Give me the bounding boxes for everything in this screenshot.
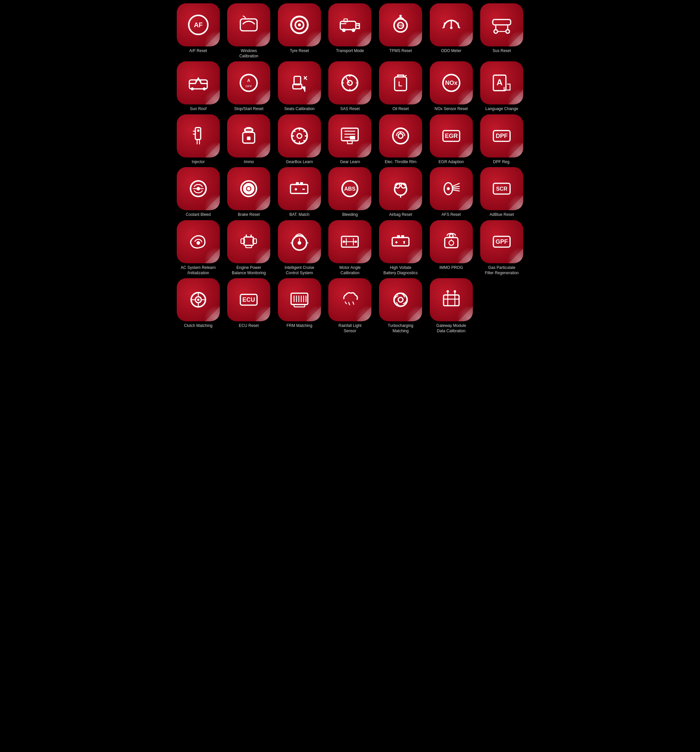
icon-box-adblue-reset[interactable]: SCR — [480, 167, 523, 210]
grid-item-dpf-reg: DPFDPF Reg. — [478, 114, 526, 165]
grid-item-windows-calibration: Windows Calibration — [225, 3, 273, 59]
label-transport-mode: Transport Mode — [336, 48, 364, 54]
grid-item-sas-reset: SAS Reset — [326, 61, 374, 112]
label-elec-throttle: Elec. Throttle Rlrn — [385, 160, 417, 165]
svg-rect-38 — [195, 127, 201, 140]
icon-box-gear-learn[interactable] — [328, 114, 372, 157]
svg-rect-6 — [341, 21, 356, 30]
label-odo-meter: ODO Meter — [441, 48, 461, 54]
svg-point-130 — [394, 293, 407, 306]
icon-box-tyre-reset[interactable] — [278, 3, 321, 47]
icon-box-dpf-reg[interactable]: DPF — [480, 114, 523, 157]
icon-box-gearbox-learn[interactable] — [278, 114, 321, 157]
icon-box-seats-calibration[interactable] — [278, 61, 321, 104]
grid-item-cruise-control: Intelligent Cruise Control System — [275, 220, 324, 275]
icon-box-clutch-matching[interactable] — [177, 278, 220, 321]
icon-box-coolant-bleed[interactable] — [177, 167, 220, 210]
icon-box-high-voltage[interactable] — [379, 220, 422, 263]
grid-item-bleeding: ABSBleeding — [326, 167, 374, 218]
label-ac-system: AC System Relearn /Initialization — [181, 265, 216, 275]
grid-item-engine-power: Engine Power Balance Monitoring — [225, 220, 273, 275]
svg-point-139 — [454, 290, 456, 292]
grid-item-tyre-reset: Tyre Reset — [275, 3, 324, 59]
icon-box-elec-throttle[interactable] — [379, 114, 422, 157]
grid-item-immo: Immo — [225, 114, 273, 165]
grid-item-motor-angle: Motor Angle Calibration — [326, 220, 374, 275]
icon-box-cruise-control[interactable] — [278, 220, 321, 263]
label-gpf: Gas Particulate Filter Regeneration — [485, 265, 519, 275]
svg-point-58 — [196, 187, 200, 191]
icon-box-gateway-module[interactable] — [430, 278, 473, 321]
label-gear-learn: Gear Learn — [340, 160, 360, 165]
icon-box-afs-reset[interactable] — [430, 167, 473, 210]
grid-item-frm-matching: FRM Matching — [275, 278, 324, 334]
icon-box-sas-reset[interactable] — [328, 61, 372, 104]
label-language-change: Language Change — [485, 106, 518, 112]
icon-box-gpf[interactable]: GPF — [480, 220, 523, 263]
icon-box-immo[interactable] — [227, 114, 270, 157]
svg-point-119 — [197, 299, 199, 301]
grid-item-adblue-reset: SCRAdBlue Reset — [478, 167, 526, 218]
icon-box-engine-power[interactable] — [227, 220, 270, 263]
label-gearbox-learn: GearBox Learn — [286, 160, 313, 165]
svg-point-21 — [494, 30, 498, 33]
svg-point-39 — [197, 129, 199, 132]
svg-rect-64 — [300, 182, 303, 185]
grid-item-elec-throttle: Elec. Throttle Rlrn — [377, 114, 425, 165]
grid-item-af-reset: AFA/F Reset — [174, 3, 222, 59]
svg-point-44 — [297, 134, 302, 138]
icon-box-bleeding[interactable]: ABS — [328, 167, 372, 210]
icon-box-egr-adaption[interactable]: EGR — [430, 114, 473, 157]
svg-text:AF: AF — [194, 21, 202, 28]
label-brake-reset: Brake Reset — [238, 212, 260, 218]
icon-box-odo-meter[interactable] — [430, 3, 473, 47]
icon-box-sun-roof[interactable] — [177, 61, 220, 104]
icon-box-oil-reset[interactable] — [379, 61, 422, 104]
label-nox-sensor-reset: NOx Sensor Reset — [435, 106, 468, 112]
icon-box-immo-prog[interactable] — [430, 220, 473, 263]
icon-box-tpms-reset[interactable]: PSI — [379, 3, 422, 47]
icon-box-turbocharging[interactable] — [379, 278, 422, 321]
label-immo: Immo — [244, 160, 254, 165]
icon-box-airbag-reset[interactable] — [379, 167, 422, 210]
grid-item-turbocharging: Turbocharging Matching — [377, 278, 425, 334]
icon-box-nox-sensor-reset[interactable]: NOx — [430, 61, 473, 104]
grid-item-injector: Injector — [174, 114, 222, 165]
svg-point-70 — [395, 183, 406, 195]
icon-box-sus-reset[interactable] — [480, 3, 523, 47]
grid-item-coolant-bleed: Coolant Bleed — [174, 167, 222, 218]
icon-box-stop-start-reset[interactable]: AOFF — [227, 61, 270, 104]
icon-box-transport-mode[interactable] — [328, 3, 372, 47]
svg-point-97 — [343, 240, 345, 243]
icon-box-brake-reset[interactable] — [227, 167, 270, 210]
icon-box-ac-system[interactable] — [177, 220, 220, 263]
icon-box-injector[interactable] — [177, 114, 220, 157]
grid-item-egr-adaption: EGREGR Adaption — [427, 114, 475, 165]
svg-rect-33 — [395, 77, 406, 90]
icon-box-ecu-reset[interactable]: ECU — [227, 278, 270, 321]
icon-box-frm-matching[interactable] — [278, 278, 321, 321]
svg-text:PSI: PSI — [398, 24, 403, 27]
svg-rect-20 — [493, 20, 511, 25]
svg-rect-29 — [294, 76, 301, 85]
svg-text:A: A — [497, 78, 503, 87]
svg-point-108 — [449, 234, 453, 238]
label-stop-start-reset: Stop/Start Reset — [234, 106, 263, 112]
grid-item-transport-mode: Transport Mode — [326, 3, 374, 59]
svg-point-8 — [352, 28, 355, 32]
svg-text:ECU: ECU — [243, 297, 255, 303]
svg-point-7 — [342, 28, 346, 32]
icon-box-rainfall-sensor[interactable] — [328, 278, 372, 321]
svg-rect-101 — [397, 235, 400, 238]
icon-box-bat-match[interactable] — [278, 167, 321, 210]
svg-rect-88 — [246, 245, 252, 248]
svg-rect-49 — [350, 136, 355, 140]
svg-rect-41 — [247, 137, 251, 140]
grid-item-gpf: GPFGas Particulate Filter Regeneration — [478, 220, 526, 275]
icon-box-language-change[interactable]: A — [480, 61, 523, 104]
icon-box-af-reset[interactable]: AF — [177, 3, 220, 47]
label-bleeding: Bleeding — [342, 212, 358, 218]
icon-box-motor-angle[interactable] — [328, 220, 372, 263]
svg-rect-122 — [291, 293, 308, 305]
icon-box-windows-calibration[interactable] — [227, 3, 270, 47]
